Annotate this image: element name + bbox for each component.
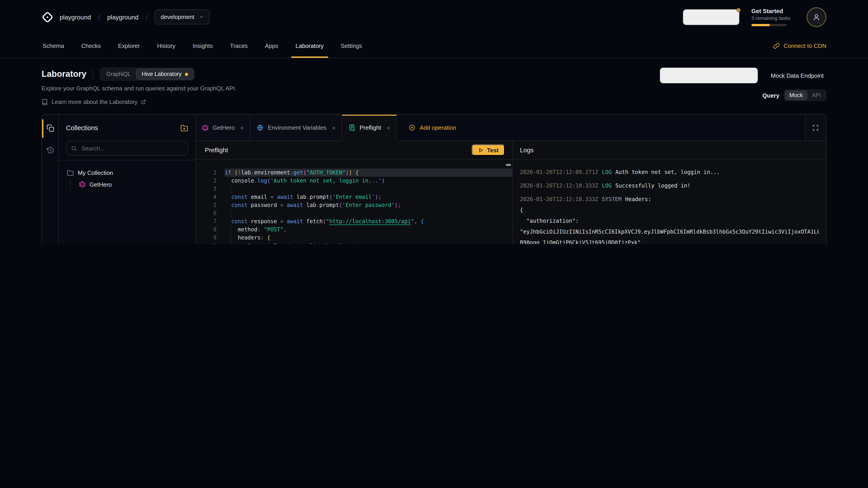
nav-tab-insights[interactable]: Insights [192, 34, 214, 58]
log-timestamp: 2026-01-26T12:12:18.333Z [520, 196, 598, 202]
line-number: 8 [196, 225, 225, 234]
plus-circle-icon [409, 124, 415, 131]
code-line[interactable]: 8method: "POST", [196, 225, 512, 234]
log-entry: 2026-01-26T12:12:18.333ZLOGSuccessfully … [520, 180, 819, 191]
divider [93, 69, 93, 79]
logs-output[interactable]: 2026-01-26T12:12:09.271ZLOGAuth token no… [513, 160, 826, 244]
breadcrumb-org[interactable]: playground [60, 13, 91, 21]
nav-tab-traces[interactable]: Traces [229, 34, 249, 58]
line-number: 1 [196, 168, 225, 177]
query-mode-mock[interactable]: Mock [785, 90, 807, 100]
line-number: 4 [196, 193, 225, 201]
preflight-editor: Preflight Test 1if (!lab.environment.get… [196, 141, 513, 244]
nav-tab-apps[interactable]: Apps [264, 34, 279, 58]
add-operation-label: Add operation [420, 124, 456, 131]
nav-tab-explorer[interactable]: Explorer [117, 34, 141, 58]
hive-logo-icon[interactable] [41, 11, 53, 23]
scrollbar-thumb[interactable] [506, 164, 511, 166]
preflight-title: Preflight [205, 147, 228, 154]
close-icon[interactable]: × [240, 124, 244, 131]
logs-panel: Logs 2026-01-26T12:12:09.271ZLOGAuth tok… [513, 141, 826, 244]
fullscreen-button[interactable] [805, 115, 826, 141]
graphql-icon [79, 181, 86, 188]
code-line[interactable]: 5const password = await lab.prompt('Ente… [196, 201, 512, 209]
history-rail-button[interactable] [46, 147, 54, 154]
connect-endpoint-button[interactable]: Connect GraphQL API Endpoint [659, 67, 758, 84]
tab-label: Environment Variables [268, 124, 327, 131]
search-input[interactable] [81, 144, 183, 152]
close-icon[interactable]: × [386, 124, 390, 131]
line-number: 10 [196, 242, 225, 244]
collection-operation[interactable]: GetHero [78, 178, 191, 190]
fullscreen-icon [812, 125, 819, 131]
get-started-progressbar [751, 24, 786, 26]
chevron-down-icon [199, 14, 204, 20]
get-started-title: Get Started [751, 8, 795, 14]
latest-changes-label: Latest changes [691, 13, 731, 20]
tab-label: GetHero [213, 124, 235, 131]
globe-icon [257, 124, 264, 131]
environment-select[interactable]: development [155, 9, 210, 24]
side-rail [42, 115, 59, 244]
nav-tab-settings[interactable]: Settings [340, 34, 363, 58]
close-icon[interactable]: × [332, 124, 336, 131]
test-button[interactable]: Test [471, 144, 505, 156]
breadcrumb-separator: / [98, 13, 100, 21]
new-collection-button[interactable] [180, 124, 188, 132]
code-line[interactable]: 9headers: { [196, 234, 512, 242]
collections-sidebar: Collections [59, 115, 196, 244]
laboratory-header: Laboratory GraphiQL Hive Laboratory Expl… [0, 58, 868, 105]
laboratory-panel: Collections [41, 114, 827, 244]
learn-more-link[interactable]: Learn more about the Laboratory [41, 98, 237, 105]
log-timestamp: 2026-01-26T12:12:18.333Z [520, 183, 598, 189]
line-number: 7 [196, 217, 225, 225]
code-line[interactable]: 1if (!lab.environment.get("AUTH_TOKEN"))… [196, 168, 512, 177]
link-icon [773, 42, 780, 49]
code-line[interactable]: 7const response = await fetch("http://lo… [196, 217, 512, 225]
code-line[interactable]: 4const email = await lab.prompt('Enter e… [196, 193, 512, 201]
log-level: LOG [602, 169, 612, 175]
collection-operation-label: GetHero [90, 181, 112, 188]
code-line[interactable]: 10'Content-Type': 'application/json' [196, 242, 512, 244]
breadcrumb-project[interactable]: playground [107, 13, 138, 21]
operation-tabstrip: GetHero×Environment Variables×Preflight×… [196, 115, 826, 141]
operation-tab-environment-variables[interactable]: Environment Variables× [251, 115, 342, 141]
operation-tab-gethero[interactable]: GetHero× [196, 115, 251, 141]
nav-tab-laboratory[interactable]: Laboratory [294, 34, 324, 58]
latest-changes-button[interactable]: Latest changes [683, 9, 740, 25]
collection-folder[interactable]: My Collection [63, 167, 191, 178]
breadcrumb-separator: / [146, 13, 148, 21]
nav-tab-history[interactable]: History [156, 34, 176, 58]
code-line[interactable]: 2console.log('Auth token not set, loggin… [196, 177, 512, 185]
code-line[interactable]: 3 [196, 185, 512, 193]
log-message: Successfully logged in! [615, 183, 690, 189]
page-title: Laboratory [41, 69, 87, 79]
page-subtitle: Explore your GraphQL schema and run quer… [41, 85, 237, 92]
collections-rail-button[interactable] [46, 115, 54, 141]
log-block-line: B90oqg_IjOmGtjP6CkiV5Jt695jBD0fjzPxk" [520, 237, 819, 244]
code-editor[interactable]: 1if (!lab.environment.get("AUTH_TOKEN"))… [196, 160, 512, 244]
toggle-graphiql[interactable]: GraphiQL [101, 69, 136, 79]
operation-tab-preflight[interactable]: Preflight× [342, 115, 397, 141]
line-number: 5 [196, 201, 225, 209]
logs-title: Logs [520, 147, 534, 154]
add-operation-button[interactable]: Add operation [409, 124, 456, 131]
code-line[interactable]: 6 [196, 209, 512, 217]
log-message: Auth token not set, loggin in... [615, 169, 720, 175]
nav-tab-checks[interactable]: Checks [80, 34, 102, 58]
query-target-label: Query [763, 92, 779, 99]
nav-tab-schema[interactable]: Schema [41, 34, 65, 58]
tab-label: Preflight [360, 124, 381, 131]
toggle-hive-laboratory[interactable]: Hive Laboratory [136, 69, 193, 79]
log-block-line: "eyJhbGciOiJIUzI1NiIsInR5cCI6IkpXVCJ9.ey… [520, 226, 819, 237]
mock-endpoint-button[interactable]: Mock Data Endpoint [768, 72, 827, 79]
query-mode-api[interactable]: API [807, 90, 826, 100]
history-icon [46, 147, 54, 154]
search-icon [71, 145, 77, 151]
notification-dot [737, 8, 741, 12]
get-started-widget[interactable]: Get Started 3 remaining tasks [751, 8, 795, 26]
active-rail-indicator [42, 119, 43, 138]
get-started-subtitle: 3 remaining tasks [751, 15, 795, 21]
connect-to-cdn-link[interactable]: Connect to CDN [773, 34, 827, 58]
user-avatar[interactable] [807, 7, 827, 27]
